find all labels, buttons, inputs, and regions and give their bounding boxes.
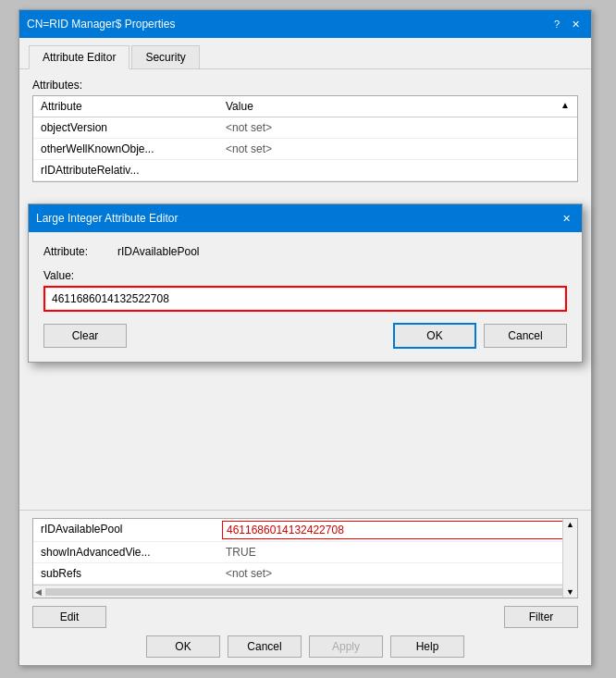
bg-content: Attributes: Attribute Value ▲ objectVers… — [19, 69, 591, 191]
attr-name-cell: rIDAvailablePool — [37, 521, 222, 539]
bg-bottom: rIDAvailablePool 4611686014132422708 sho… — [19, 510, 591, 665]
tab-security[interactable]: Security — [131, 45, 199, 68]
attr-name-cell: rIDAttributeRelativ... — [37, 162, 222, 179]
horizontal-scrollbar[interactable]: ◀ ▶ — [33, 585, 577, 598]
fg-cancel-button[interactable]: Cancel — [484, 324, 567, 348]
table-row[interactable]: showInAdvancedVie... TRUE — [33, 542, 577, 563]
titlebar-buttons: ? ✕ — [548, 16, 584, 32]
help-button[interactable]: ? — [548, 16, 565, 32]
bg-titlebar: CN=RID Manager$ Properties ? ✕ — [19, 10, 591, 38]
col-header-attribute: Attribute — [37, 98, 222, 115]
attr-value-cell: <not set> — [222, 141, 573, 157]
scroll-left-btn[interactable]: ◀ — [35, 587, 42, 597]
attr-value-cell — [222, 162, 573, 179]
fg-buttons-row: Clear OK Cancel — [43, 323, 567, 349]
tab-bar: Attribute Editor Security — [19, 38, 591, 69]
bg-window-title: CN=RID Manager$ Properties — [27, 18, 175, 31]
table-header: Attribute Value ▲ — [33, 96, 577, 117]
scroll-up-btn[interactable]: ▲ — [563, 519, 577, 530]
fg-dialog-title: Large Integer Attribute Editor — [36, 212, 178, 225]
scrollbar-track — [45, 588, 565, 596]
fg-attribute-value: rIDAvailablePool — [117, 245, 200, 258]
table-row[interactable]: subRefs <not set> — [33, 563, 577, 585]
table-row[interactable]: objectVersion <not set> — [33, 117, 577, 139]
attr-value-cell-highlighted: 4611686014132422708 — [222, 521, 573, 539]
table-row[interactable]: rIDAvailablePool 4611686014132422708 — [33, 519, 577, 542]
fg-ok-button[interactable]: OK — [393, 323, 476, 349]
fg-titlebar: Large Integer Attribute Editor ✕ — [29, 204, 582, 232]
scroll-down-btn[interactable]: ▼ — [563, 586, 577, 598]
ok-button[interactable]: OK — [146, 635, 220, 658]
fg-attribute-row: Attribute: rIDAvailablePool — [43, 245, 567, 258]
edit-button[interactable]: Edit — [32, 606, 106, 628]
edit-filter-row: Edit Filter — [32, 606, 578, 628]
tab-attribute-editor[interactable]: Attribute Editor — [29, 45, 129, 69]
attributes-label: Attributes: — [32, 79, 578, 92]
attr-name-cell: objectVersion — [37, 119, 222, 136]
fg-attribute-label: Attribute: — [43, 245, 108, 258]
fg-dialog: Large Integer Attribute Editor ✕ Attribu… — [28, 203, 583, 363]
fg-value-label: Value: — [43, 269, 567, 282]
fg-value-input[interactable] — [46, 289, 564, 309]
fg-clear-button[interactable]: Clear — [43, 324, 127, 348]
fg-input-wrapper — [43, 286, 567, 312]
col-header-value: Value — [222, 98, 557, 115]
table-row[interactable]: rIDAttributeRelativ... — [33, 160, 577, 181]
attr-value-cell: <not set> — [222, 565, 573, 582]
ok-cancel-row: OK Cancel Apply Help — [32, 635, 578, 658]
fg-close-button[interactable]: ✕ — [558, 210, 574, 227]
help-button-2[interactable]: Help — [390, 635, 464, 658]
attributes-table-bottom: rIDAvailablePool 4611686014132422708 sho… — [32, 518, 578, 598]
attr-value-cell: <not set> — [222, 119, 573, 136]
filter-button[interactable]: Filter — [504, 606, 578, 628]
table-row[interactable]: otherWellKnownObje... <not set> — [33, 139, 577, 160]
close-button[interactable]: ✕ — [567, 16, 584, 32]
attributes-table-top: Attribute Value ▲ objectVersion <not set… — [32, 95, 578, 182]
cancel-button[interactable]: Cancel — [228, 635, 302, 658]
apply-button[interactable]: Apply — [309, 635, 383, 658]
scrollbar[interactable]: ▲ ▼ — [562, 519, 577, 598]
fg-content: Attribute: rIDAvailablePool Value: Clear… — [29, 232, 582, 362]
attr-name-cell: otherWellKnownObje... — [37, 141, 222, 157]
scroll-up-indicator: ▲ — [557, 98, 573, 115]
attr-name-cell: showInAdvancedVie... — [37, 544, 222, 561]
attr-name-cell: subRefs — [37, 565, 222, 582]
attr-value-cell: TRUE — [222, 544, 573, 561]
